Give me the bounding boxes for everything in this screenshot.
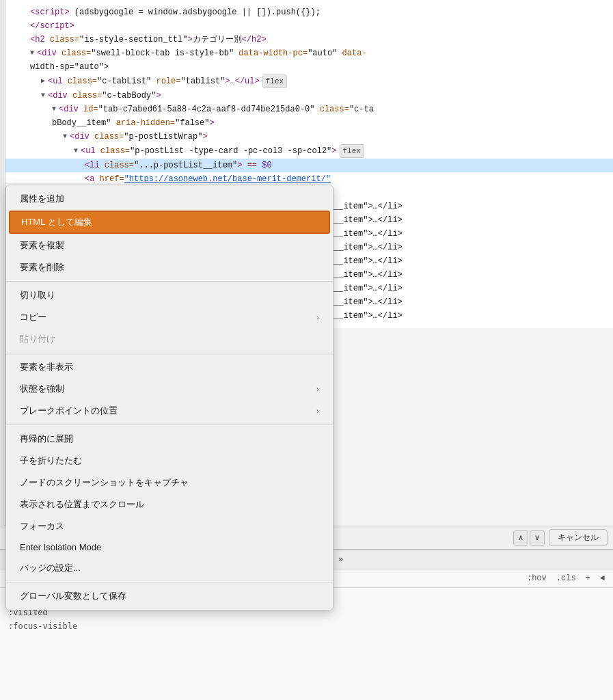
nav-up-button[interactable]: ∧ <box>513 530 528 546</box>
menu-item-badge-settings[interactable]: バッジの設定... <box>6 557 333 579</box>
cls-button[interactable]: .cls <box>554 572 579 584</box>
menu-item-breakpoint[interactable]: ブレークポイントの位置 › <box>6 400 333 422</box>
code-content: <h2 class="is-style-section_ttl">カテゴリー別<… <box>30 33 267 46</box>
code-content: __item">…</li> <box>333 241 403 254</box>
menu-item-focus[interactable]: フォーカス <box>6 515 333 537</box>
menu-item-label: 要素を複製 <box>20 239 64 252</box>
nav-down-button[interactable]: ∨ <box>530 530 545 546</box>
expand-triangle[interactable]: ▼ <box>63 131 67 143</box>
menu-separator <box>6 582 333 582</box>
pseudo-focus-visible: :focus-visible <box>8 619 605 633</box>
code-content: bBody__item" aria-hidden="false"> <box>52 117 215 129</box>
expand-triangle[interactable]: ▼ <box>52 103 56 116</box>
code-content: __item">…</li> <box>333 269 403 281</box>
menu-item-label: グローバル変数として保存 <box>20 590 126 602</box>
menu-item-label: 要素を非表示 <box>20 361 73 373</box>
menu-item-add-attr[interactable]: 属性を追加 <box>6 188 333 210</box>
code-line: __item">…</li> <box>320 268 613 282</box>
code-content: <li class="...p-postList__item"> == $0 <box>85 159 272 172</box>
code-line: __item">…</li> <box>320 309 613 323</box>
menu-item-edit-html[interactable]: HTML として編集 <box>9 211 330 234</box>
code-content: __item">…</li> <box>333 296 403 308</box>
code-line: ▼ <ul class="p-postList -type-card -pc-c… <box>5 144 613 159</box>
menu-item-label: バッジの設定... <box>20 562 81 574</box>
code-content: <div class="p-postListWrap"> <box>70 131 208 143</box>
tab-more[interactable]: » <box>333 552 349 568</box>
menu-item-label: フォーカス <box>20 520 64 533</box>
code-content: <ul class="c-tabList" role="tablist">…</… <box>48 75 287 88</box>
code-line: <a href="https://asoneweb.net/base-merit… <box>5 172 613 186</box>
expand-triangle[interactable]: ▶ <box>41 75 45 88</box>
context-menu: 属性を追加 HTML として編集 要素を複製 要素を削除 切り取り コピー › … <box>5 185 333 610</box>
code-line: <h2 class="is-style-section_ttl">カテゴリー別<… <box>5 33 613 46</box>
menu-item-label: 切り取り <box>20 289 55 301</box>
submenu-arrow-icon: › <box>316 407 319 415</box>
menu-item-collapse[interactable]: 子を折りたたむ <box>6 450 333 472</box>
menu-item-label: 表示される位置までスクロール <box>20 498 144 511</box>
code-content: <ul class="p-postList -type-card -pc-col… <box>81 144 364 158</box>
submenu-arrow-icon: › <box>316 385 319 393</box>
menu-item-copy-elem[interactable]: 要素を複製 <box>6 234 333 256</box>
menu-separator <box>6 425 333 425</box>
code-content: __item">…</li> <box>333 214 403 226</box>
menu-item-label: コピー <box>20 311 46 323</box>
menu-item-expand[interactable]: 再帰的に展開 <box>6 428 333 450</box>
code-content: </script> <box>30 20 74 32</box>
expand-triangle[interactable]: ▼ <box>41 90 45 102</box>
code-line: __item">…</li> <box>320 213 613 227</box>
menu-item-global-var[interactable]: グローバル変数として保存 <box>6 585 333 607</box>
code-line: __item">…</li> <box>320 200 613 213</box>
code-line: __item">…</li> <box>320 282 613 295</box>
code-line: ▼ <div class="p-postListWrap"> <box>5 130 613 144</box>
collapse-button[interactable]: ◄ <box>597 572 608 584</box>
menu-item-paste: 貼り付け <box>6 328 333 350</box>
code-line: ▼ <div id="tab-c7abed61-5a88-4c2a-aaf8-d… <box>5 103 613 116</box>
menu-item-label: ノードのスクリーンショットをキャプチャ <box>20 476 189 489</box>
code-line: ▼ <div class="swell-block-tab is-style-b… <box>5 46 613 60</box>
code-line: __item">…</li> <box>320 295 613 309</box>
menu-item-delete-elem[interactable]: 要素を削除 <box>6 256 333 278</box>
menu-separator <box>6 353 333 353</box>
code-line: bBody__item" aria-hidden="false"> <box>5 116 613 130</box>
code-line: ▶ <ul class="c-tabList" role="tablist">…… <box>5 74 613 89</box>
menu-item-copy[interactable]: コピー › <box>6 306 333 328</box>
menu-separator <box>6 281 333 282</box>
code-line-highlighted: <li class="...p-postList__item"> == $0 <box>5 159 613 172</box>
menu-item-isolation-mode[interactable]: Enter Isolation Mode <box>6 537 333 557</box>
menu-item-label: HTML として編集 <box>21 216 92 228</box>
menu-item-hide-elem[interactable]: 要素を非表示 <box>6 356 333 378</box>
menu-item-cut[interactable]: 切り取り <box>6 284 333 306</box>
code-line: __item">…</li> <box>320 254 613 268</box>
menu-item-label: 要素を削除 <box>20 261 64 273</box>
menu-item-screenshot[interactable]: ノードのスクリーンショットをキャプチャ <box>6 472 333 494</box>
code-line: </script> <box>5 19 613 33</box>
menu-item-label: 属性を追加 <box>20 193 64 205</box>
code-line: __item">…</li> <box>320 227 613 241</box>
menu-item-label: 状態を強制 <box>20 383 64 395</box>
code-line: width-sp="auto"> <box>5 60 613 74</box>
nav-arrows: ∧ ∨ <box>513 530 545 546</box>
menu-item-label: 子を折りたたむ <box>20 455 82 467</box>
code-content: __item">…</li> <box>333 255 403 267</box>
menu-item-label: 貼り付け <box>20 333 55 345</box>
add-rule-button[interactable]: + <box>583 572 593 584</box>
expand-triangle[interactable]: ▼ <box>30 47 34 59</box>
menu-item-force-state[interactable]: 状態を強制 › <box>6 378 333 400</box>
code-content: width-sp="auto"> <box>30 61 109 73</box>
code-content: __item">…</li> <box>333 282 403 295</box>
code-content: <a href="https://asoneweb.net/base-merit… <box>85 173 331 185</box>
menu-item-scroll-into[interactable]: 表示される位置までスクロール <box>6 494 333 515</box>
code-content: __item">…</li> <box>333 310 403 322</box>
code-content: __item">…</li> <box>333 200 403 213</box>
code-content: __item">…</li> <box>333 228 403 240</box>
hov-button[interactable]: :hov <box>524 572 549 584</box>
expand-triangle[interactable]: ▼ <box>74 145 78 157</box>
code-content: <div id="tab-c7abed61-5a88-4c2a-aaf8-dd7… <box>59 103 374 116</box>
menu-item-label: ブレークポイントの位置 <box>20 405 118 417</box>
cancel-button[interactable]: キャンセル <box>549 529 608 546</box>
menu-item-label: 再帰的に展開 <box>20 433 73 445</box>
code-line: __item">…</li> <box>320 241 613 254</box>
code-line: <script> (adsbygoogle = window.adsbygoog… <box>5 5 613 19</box>
code-content: <script> (adsbygoogle = window.adsbygoog… <box>30 6 321 18</box>
code-content: <div class="c-tabBody"> <box>48 90 161 102</box>
